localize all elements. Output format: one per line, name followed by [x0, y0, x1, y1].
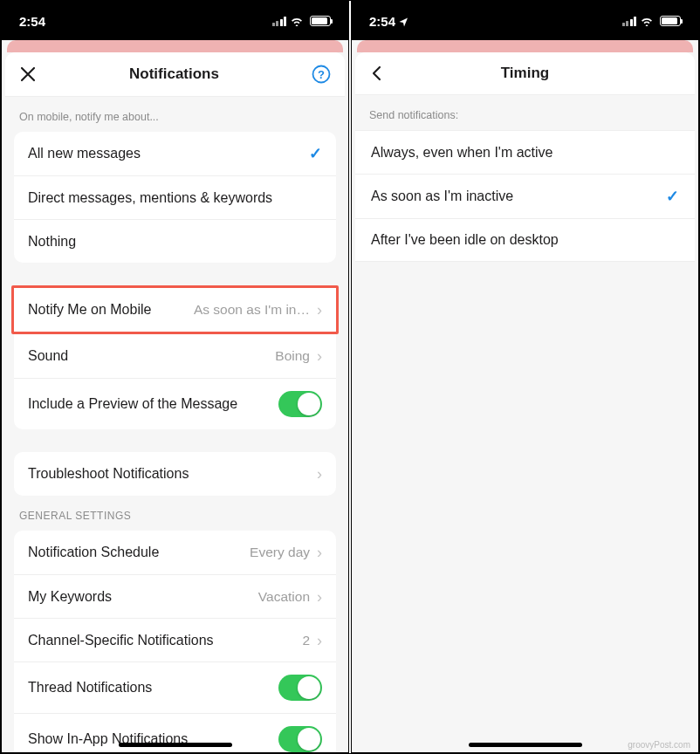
row-value: Boing: [275, 348, 310, 364]
phone-timing: 2:54 Timing Send notifications: Alwa: [351, 1, 699, 753]
row-label: Include a Preview of the Message: [28, 396, 278, 412]
option-inactive[interactable]: As soon as I'm inactive ✓: [355, 174, 695, 218]
option-direct-messages[interactable]: Direct messages, mentions & keywords: [14, 175, 336, 219]
option-idle-desktop[interactable]: After I've been idle on desktop: [355, 218, 695, 262]
help-icon[interactable]: ?: [312, 65, 331, 84]
row-label: Thread Notifications: [28, 680, 278, 696]
checkmark-icon: ✓: [666, 187, 679, 206]
option-label: Direct messages, mentions & keywords: [28, 190, 322, 206]
status-time: 2:54: [19, 14, 45, 29]
option-label: Nothing: [28, 234, 322, 250]
chevron-right-icon: ›: [317, 545, 322, 560]
option-label: As soon as I'm inactive: [371, 188, 666, 204]
row-value: As soon as I'm in…: [194, 302, 310, 318]
option-always-active[interactable]: Always, even when I'm active: [355, 130, 695, 174]
row-label: Sound: [28, 348, 275, 364]
row-include-preview: Include a Preview of the Message: [14, 378, 336, 429]
toggle-in-app[interactable]: [278, 726, 322, 752]
cellular-icon: [272, 17, 287, 26]
home-indicator[interactable]: [469, 743, 582, 747]
timing-options: Always, even when I'm active As soon as …: [355, 130, 695, 262]
status-time: 2:54: [369, 14, 408, 29]
chevron-right-icon: ›: [317, 466, 322, 482]
back-icon[interactable]: [369, 65, 385, 81]
svg-text:?: ?: [318, 68, 325, 81]
row-my-keywords[interactable]: My Keywords Vacation ›: [14, 574, 336, 618]
option-all-new-messages[interactable]: All new messages ✓: [14, 132, 336, 175]
notify-options-card: All new messages ✓ Direct messages, ment…: [14, 132, 336, 263]
status-icons: [622, 16, 682, 26]
row-sound[interactable]: Sound Boing ›: [14, 334, 336, 378]
header: Notifications ?: [5, 52, 345, 97]
row-notify-me-on-mobile[interactable]: Notify Me on Mobile As soon as I'm in… ›: [14, 288, 336, 332]
row-label: My Keywords: [28, 589, 258, 605]
chevron-right-icon: ›: [317, 633, 322, 648]
row-channel-specific[interactable]: Channel-Specific Notifications 2 ›: [14, 618, 336, 661]
row-label: Channel-Specific Notifications: [28, 633, 302, 648]
cellular-icon: [622, 17, 637, 26]
row-value: 2: [302, 633, 310, 648]
close-icon[interactable]: [19, 65, 37, 83]
chevron-right-icon: ›: [317, 302, 322, 318]
row-label: Notification Schedule: [28, 545, 250, 560]
wifi-icon: [640, 16, 654, 26]
row-value: Every day: [250, 545, 310, 560]
highlighted-row: Notify Me on Mobile As soon as I'm in… ›: [11, 285, 339, 334]
option-label: After I've been idle on desktop: [371, 232, 679, 248]
section-label-notify-about: On mobile, notify me about...: [5, 97, 345, 132]
battery-icon: [310, 16, 331, 26]
option-label: Always, even when I'm active: [371, 145, 679, 161]
home-indicator[interactable]: [119, 743, 232, 747]
status-bar: 2:54: [2, 2, 348, 40]
option-label: All new messages: [28, 146, 309, 161]
background-peek: [357, 40, 693, 52]
row-label: Troubleshoot Notifications: [28, 466, 310, 482]
checkmark-icon: ✓: [309, 144, 322, 163]
page-title: Timing: [385, 65, 665, 82]
section-label-general: GENERAL SETTINGS: [5, 496, 345, 531]
section-label-send: Send notifications:: [355, 95, 695, 130]
row-value: Vacation: [258, 589, 310, 605]
location-icon: [399, 17, 408, 27]
wifi-icon: [290, 16, 304, 26]
chevron-right-icon: ›: [317, 348, 322, 364]
header: Timing: [355, 52, 695, 95]
watermark: groovyPost.com: [628, 740, 690, 750]
toggle-thread[interactable]: [278, 675, 322, 701]
background-peek: [7, 40, 343, 52]
row-notification-schedule[interactable]: Notification Schedule Every day ›: [14, 531, 336, 574]
status-icons: [272, 16, 332, 26]
battery-icon: [660, 16, 681, 26]
page-title: Notifications: [37, 65, 312, 83]
row-thread-notifications: Thread Notifications: [14, 661, 336, 713]
status-bar: 2:54: [352, 2, 698, 40]
chevron-right-icon: ›: [317, 589, 322, 605]
phone-notifications: 2:54 Notifications ? On mobile, notify m…: [1, 1, 349, 753]
toggle-preview[interactable]: [278, 391, 322, 417]
option-nothing[interactable]: Nothing: [14, 219, 336, 263]
row-label: Notify Me on Mobile: [28, 302, 194, 318]
row-troubleshoot[interactable]: Troubleshoot Notifications ›: [14, 452, 336, 496]
